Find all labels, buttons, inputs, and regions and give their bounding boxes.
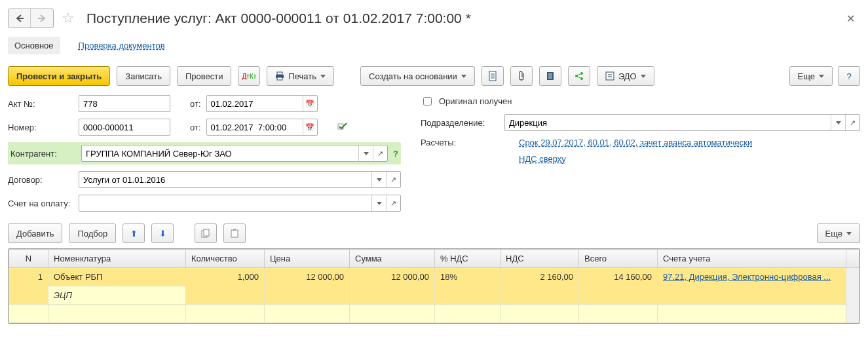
calendar-icon[interactable]: 📅: [303, 96, 317, 111]
contract-label: Договор:: [8, 175, 73, 185]
list-icon-button[interactable]: [539, 66, 561, 86]
scrollbar[interactable]: [846, 268, 859, 323]
division-label: Подразделение:: [421, 118, 499, 128]
move-up-button[interactable]: ⬆: [123, 223, 145, 243]
col-scroll: [846, 250, 859, 268]
tab-main[interactable]: Основное: [8, 37, 60, 54]
col-n[interactable]: N: [9, 250, 48, 268]
save-button[interactable]: Записать: [117, 66, 170, 86]
akt-no-input[interactable]: [79, 96, 170, 111]
favorite-icon[interactable]: ☆: [58, 8, 79, 29]
akt-from-label: от:: [190, 99, 201, 109]
svg-point-14: [580, 72, 583, 75]
col-item[interactable]: Номенклатура: [48, 250, 186, 268]
cell-sum[interactable]: 12 000,00: [350, 268, 435, 305]
cell-qty[interactable]: 1,000: [186, 268, 265, 305]
table-row-blank[interactable]: [9, 305, 859, 323]
open-button[interactable]: ↗: [386, 172, 400, 187]
open-button[interactable]: ↗: [386, 195, 400, 211]
number-input[interactable]: [79, 119, 170, 135]
dropdown-button[interactable]: [371, 195, 386, 211]
copy-button[interactable]: [195, 223, 217, 243]
forward-button[interactable]: [31, 9, 53, 28]
contract-input[interactable]: [79, 172, 371, 187]
cell-account[interactable]: 97.21, Дирекция, Электронно-цифровая ...: [658, 268, 846, 305]
counterparty-input[interactable]: [82, 145, 358, 161]
vat-link[interactable]: НДС сверху: [519, 154, 566, 164]
svg-rect-24: [231, 230, 238, 237]
cell-item[interactable]: Объект РБП: [48, 268, 186, 286]
dropdown-button[interactable]: [371, 172, 386, 187]
cell-vat[interactable]: 2 160,00: [500, 268, 579, 305]
tab-check-documents[interactable]: Проверка документов: [72, 37, 172, 54]
open-button[interactable]: ↗: [373, 145, 387, 161]
invoice-label: Счет на оплату:: [8, 199, 73, 208]
dropdown-button[interactable]: [831, 115, 845, 130]
col-vat-pct[interactable]: % НДС: [435, 250, 500, 268]
cell-price[interactable]: 12 000,00: [265, 268, 350, 305]
calc-label: Расчеты:: [421, 138, 499, 147]
col-total[interactable]: Всего: [579, 250, 658, 268]
col-sum[interactable]: Сумма: [350, 250, 435, 268]
original-received-checkbox[interactable]: [423, 97, 432, 106]
help-button[interactable]: ?: [838, 66, 860, 86]
table-more-button[interactable]: Еще: [817, 223, 860, 243]
original-received-label: Оригинал получен: [439, 96, 512, 106]
counterparty-label: Контрагент:: [10, 149, 76, 159]
window-title: Поступление услуг: Акт 0000-000011 от 01…: [86, 10, 471, 26]
paperclip-icon: [517, 71, 526, 81]
share-icon-button[interactable]: [568, 66, 590, 86]
add-row-button[interactable]: Добавить: [8, 223, 62, 243]
calendar-icon[interactable]: 📅: [303, 119, 317, 135]
col-qty[interactable]: Количество: [186, 250, 265, 268]
document-icon-button[interactable]: [481, 66, 504, 86]
close-button[interactable]: ✕: [841, 10, 860, 28]
akt-no-label: Акт №:: [8, 99, 73, 109]
svg-rect-18: [606, 72, 614, 80]
svg-line-16: [577, 74, 580, 75]
nav-buttons: [8, 9, 54, 28]
number-date-input[interactable]: [207, 119, 303, 135]
number-label: Номер:: [8, 123, 73, 132]
svg-rect-4: [277, 77, 282, 80]
svg-rect-23: [204, 229, 209, 236]
col-vat[interactable]: НДС: [500, 250, 579, 268]
edo-icon: [605, 71, 614, 81]
edo-button[interactable]: ЭДО: [597, 66, 654, 86]
calc-link[interactable]: Срок 29.07.2017, 60.01, 60.02, зачет ава…: [519, 138, 752, 147]
dropdown-button[interactable]: [358, 145, 373, 161]
svg-point-15: [580, 77, 583, 80]
print-button[interactable]: Печать: [267, 66, 334, 86]
cell-total[interactable]: 14 160,00: [579, 268, 658, 305]
paste-button[interactable]: [223, 223, 246, 243]
attachment-button[interactable]: [510, 66, 533, 86]
printer-icon: [275, 71, 284, 81]
division-input[interactable]: [505, 115, 831, 130]
invoice-input[interactable]: [79, 195, 371, 211]
cell-vat-pct[interactable]: 18%: [435, 268, 500, 305]
post-button[interactable]: Провести: [177, 66, 232, 86]
svg-line-17: [577, 77, 580, 78]
list-icon: [546, 71, 555, 81]
document-icon: [488, 71, 497, 81]
paste-icon: [230, 229, 239, 238]
table-row[interactable]: 1 Объект РБП 1,000 12 000,00 12 000,00 1…: [9, 268, 859, 286]
open-button[interactable]: ↗: [845, 115, 859, 130]
cell-n[interactable]: 1: [9, 268, 48, 305]
create-based-on-button[interactable]: Создать на основании: [360, 66, 475, 86]
akt-date-input[interactable]: [207, 96, 303, 111]
svg-rect-25: [233, 229, 236, 231]
back-button[interactable]: [9, 9, 31, 28]
more-button[interactable]: Еще: [789, 66, 833, 86]
cell-item2[interactable]: ЭЦП: [48, 286, 186, 305]
col-price[interactable]: Цена: [265, 250, 350, 268]
svg-rect-2: [277, 72, 282, 75]
post-and-close-button[interactable]: Провести и закрыть: [8, 66, 110, 86]
dt-kt-button[interactable]: ДтКт: [238, 66, 260, 86]
number-from-label: от:: [190, 123, 201, 132]
move-down-button[interactable]: ⬇: [151, 223, 174, 243]
col-accounts[interactable]: Счета учета: [658, 250, 846, 268]
check-icon[interactable]: [337, 122, 348, 133]
counterparty-help[interactable]: ?: [393, 149, 398, 159]
select-rows-button[interactable]: Подбор: [69, 223, 116, 243]
